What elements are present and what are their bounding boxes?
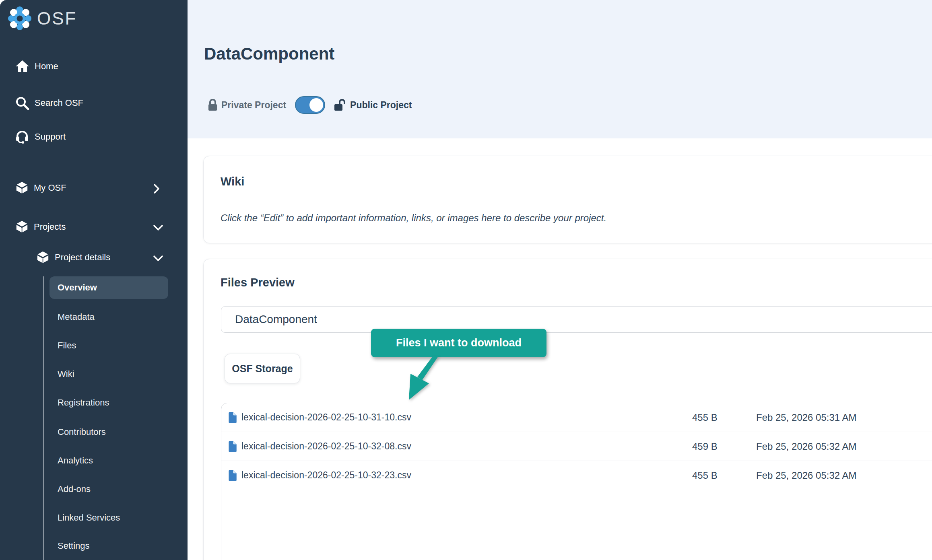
sidebar-item-my-osf[interactable]: My OSF <box>15 181 66 194</box>
file-size: 455 B <box>692 470 718 481</box>
sidebar-item-files[interactable]: Files <box>58 340 76 351</box>
sidebar-item-label: Overview <box>58 282 97 293</box>
sidebar-item-home[interactable]: Home <box>15 60 58 73</box>
sidebar-item-projects[interactable]: Projects <box>15 220 66 233</box>
sidebar-item-wiki[interactable]: Wiki <box>58 369 74 379</box>
file-name[interactable]: lexical-decision-2026-02-25-10-32-08.csv <box>241 441 411 452</box>
chevron-right-icon[interactable] <box>153 183 160 194</box>
sidebar-item-label: Search OSF <box>35 98 83 108</box>
osf-project-page: OSF Home Search OSF <box>0 0 932 560</box>
project-selector-input[interactable]: DataComponent <box>221 306 932 333</box>
file-list: lexical-decision-2026-02-25-10-31-10.csv… <box>221 403 932 560</box>
file-name[interactable]: lexical-decision-2026-02-25-10-31-10.csv <box>241 412 411 423</box>
osf-storage-button[interactable]: OSF Storage <box>225 354 300 383</box>
sidebar-item-linked-services[interactable]: Linked Services <box>58 513 120 523</box>
sidebar-item-analytics[interactable]: Analytics <box>58 455 93 466</box>
sidebar-item-contributors[interactable]: Contributors <box>58 427 106 437</box>
osf-flower-icon <box>7 6 32 31</box>
osf-logo-text: OSF <box>37 8 77 29</box>
sidebar-item-label: Project details <box>55 252 110 263</box>
file-modified-date: Feb 25, 2026 05:31 AM <box>756 412 857 423</box>
file-modified-date: Feb 25, 2026 05:32 AM <box>756 470 857 481</box>
annotation-label: Files I want to download <box>396 337 522 349</box>
file-size: 455 B <box>692 412 718 423</box>
tree-indent-line <box>43 276 44 560</box>
annotation-arrow-icon <box>398 356 447 403</box>
chevron-down-icon[interactable] <box>153 255 163 262</box>
private-project-label: Private Project <box>221 100 286 111</box>
file-name[interactable]: lexical-decision-2026-02-25-10-32-23.csv <box>241 470 411 481</box>
headset-icon <box>15 130 29 144</box>
sidebar-item-overview-active[interactable]: Overview <box>49 276 168 299</box>
sidebar-item-label: My OSF <box>34 183 66 193</box>
sidebar: OSF Home Search OSF <box>0 0 188 560</box>
file-modified-date: Feb 25, 2026 05:32 AM <box>756 441 857 452</box>
file-icon <box>228 470 237 481</box>
project-header <box>188 0 932 138</box>
file-size: 459 B <box>692 441 718 452</box>
search-icon <box>15 96 29 110</box>
project-selector-value: DataComponent <box>235 313 317 326</box>
privacy-toggle[interactable] <box>295 96 325 114</box>
sidebar-item-label: Projects <box>34 222 66 232</box>
sidebar-item-registrations[interactable]: Registrations <box>58 397 109 408</box>
sidebar-item-support[interactable]: Support <box>15 130 66 144</box>
cube-icon <box>36 251 49 264</box>
lock-closed-icon <box>208 99 218 111</box>
home-icon <box>15 60 29 73</box>
osf-logo[interactable]: OSF <box>7 6 77 31</box>
chevron-down-icon[interactable] <box>153 224 163 231</box>
file-row[interactable]: lexical-decision-2026-02-25-10-32-23.csv… <box>221 461 932 490</box>
cube-icon <box>15 181 29 194</box>
files-preview-title: Files Preview <box>221 276 295 289</box>
files-preview-card: Files Preview DataComponent OSF Storage … <box>203 259 932 560</box>
toggle-knob <box>309 98 323 112</box>
sidebar-item-add-ons[interactable]: Add-ons <box>58 484 91 494</box>
osf-storage-label: OSF Storage <box>232 363 293 375</box>
annotation-callout: Files I want to download <box>371 329 546 357</box>
sidebar-item-project-details[interactable]: Project details <box>36 251 110 264</box>
public-project-label: Public Project <box>350 100 412 111</box>
privacy-toggle-row: Private Project Public Project <box>208 96 412 114</box>
file-icon <box>228 441 237 452</box>
lock-open-icon <box>334 99 346 111</box>
sidebar-item-label: Support <box>35 132 66 142</box>
sidebar-item-settings[interactable]: Settings <box>58 541 90 551</box>
cube-icon <box>15 220 29 233</box>
sidebar-item-search-osf[interactable]: Search OSF <box>15 96 83 110</box>
wiki-card: Wiki Click the “Edit” to add important i… <box>203 156 932 243</box>
file-icon <box>228 412 237 423</box>
wiki-placeholder-text: Click the “Edit” to add important inform… <box>221 212 606 224</box>
sidebar-item-metadata[interactable]: Metadata <box>58 312 95 322</box>
wiki-card-title: Wiki <box>221 175 244 188</box>
file-row[interactable]: lexical-decision-2026-02-25-10-31-10.csv… <box>221 403 932 432</box>
file-row[interactable]: lexical-decision-2026-02-25-10-32-08.csv… <box>221 432 932 461</box>
page-title: DataComponent <box>204 44 334 64</box>
sidebar-item-label: Home <box>35 61 58 72</box>
